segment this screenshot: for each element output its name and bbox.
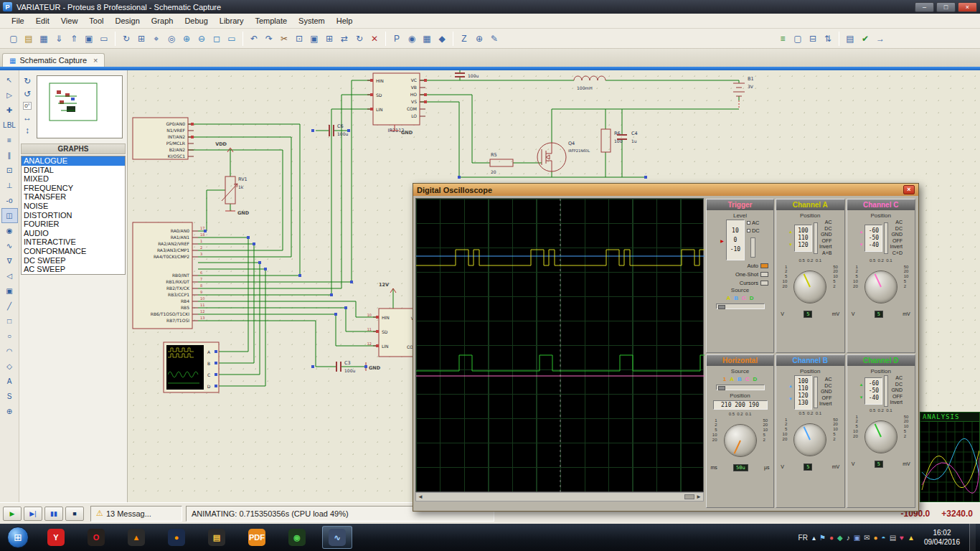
scroll-left-icon[interactable]: ◄ (418, 494, 423, 500)
tray-icon-9[interactable]: ◓ (882, 534, 886, 542)
tab-schematic-capture[interactable]: ▦ Schematic Capture × (2, 53, 105, 67)
text-script-mode[interactable]: ≡ (1, 133, 18, 148)
timebase-knob[interactable] (724, 424, 757, 457)
channel-position-arrows[interactable]: ▲▼ (859, 225, 864, 251)
trigger-source-slider[interactable] (716, 303, 765, 309)
tray-icon-12[interactable]: ▲ (908, 534, 915, 542)
pause-button[interactable]: ▮▮ (44, 507, 63, 521)
zoom-all[interactable]: ◻ (209, 32, 224, 46)
new-project[interactable]: ▢ (6, 32, 21, 46)
tray-icon-3[interactable]: ● (829, 534, 834, 542)
graph-mode[interactable]: ◫ (1, 208, 18, 223)
channel-gain-knob[interactable] (793, 423, 826, 456)
menu-item[interactable]: Library (214, 15, 250, 27)
x-mirror-icon[interactable]: ↔ (23, 113, 32, 123)
redo[interactable]: ↷ (262, 32, 276, 46)
channel-position-slider[interactable] (814, 377, 818, 408)
block-copy[interactable]: ⊞ (322, 32, 336, 46)
graph-type-item[interactable]: INTERACTIVE (22, 237, 125, 247)
language-indicator[interactable]: FR (798, 534, 808, 542)
channel-coupling-options[interactable]: AC DC GND OFF Invert A+B (819, 220, 832, 257)
scroll-right-icon[interactable]: ► (696, 494, 702, 500)
component-mode[interactable]: ▷ (1, 88, 18, 103)
center-at-cursor[interactable]: ◎ (164, 32, 179, 46)
channel-position-slider[interactable] (814, 222, 818, 254)
analysis-window[interactable]: ANALYSIS (920, 412, 980, 502)
save-project[interactable]: ▦ (37, 32, 51, 46)
block-move[interactable]: ⇄ (337, 32, 352, 46)
block-rotate[interactable]: ↻ (352, 32, 367, 46)
screen-recorder-icon[interactable]: ◉ (282, 526, 312, 549)
packaging-tool[interactable]: ▦ (420, 32, 434, 46)
pick-parts[interactable]: P (390, 32, 404, 46)
open-project[interactable]: ▤ (22, 32, 36, 46)
menu-item[interactable]: Help (331, 15, 359, 27)
tray-icon-1[interactable]: ▴ (812, 534, 816, 542)
marker-mode[interactable]: ⊕ (1, 404, 18, 419)
generator-mode[interactable]: ∿ (1, 238, 18, 253)
trigger-source-letter[interactable]: D (750, 295, 754, 301)
channel-gain-knob[interactable] (793, 270, 826, 303)
menu-item[interactable]: Template (249, 15, 293, 27)
false-origin[interactable]: ⌖ (149, 32, 164, 46)
scroll-thumb[interactable] (684, 494, 694, 499)
wire-label-mode[interactable]: LBL (1, 118, 18, 133)
horizontal-source-letter[interactable]: B (738, 376, 742, 382)
current-probe-mode[interactable]: ◁ (1, 268, 18, 283)
menu-item[interactable]: Edit (30, 15, 55, 27)
channel-position-arrows[interactable]: ▲▼ (859, 378, 864, 404)
tab-close-icon[interactable]: × (93, 56, 98, 65)
graph-type-item[interactable]: MIXED (22, 174, 125, 184)
2d-line-mode[interactable]: ╱ (1, 298, 18, 314)
make-device[interactable]: ◉ (405, 32, 419, 46)
play-button[interactable]: ▶ (3, 507, 22, 521)
graph-type-item[interactable]: DISTORTION (22, 211, 125, 220)
show-desktop-button[interactable] (969, 524, 976, 551)
graph-type-item[interactable]: NOISE (22, 202, 125, 211)
search-and-tag[interactable]: ⊕ (472, 32, 486, 46)
new-sheet[interactable]: ▢ (791, 32, 805, 46)
tape-recorder-mode[interactable]: ◉ (1, 223, 18, 238)
y-mirror-icon[interactable]: ↕ (25, 126, 29, 136)
component-q4-mosfet[interactable]: Q4 IRFP21N60L (537, 141, 590, 171)
component-r5[interactable]: R5 20 (490, 152, 513, 174)
refresh-display[interactable]: ↻ (119, 32, 133, 46)
component-b1-battery[interactable]: B1 3V (733, 76, 754, 96)
2d-arc-mode[interactable]: ◠ (1, 344, 18, 359)
component-c6[interactable]: C6 100u (329, 123, 348, 136)
component-inductor[interactable]: 100mH (574, 76, 606, 90)
tray-icon-6[interactable]: ▣ (854, 534, 860, 542)
oscilloscope-close-icon[interactable]: × (903, 185, 915, 194)
tray-icon-11[interactable]: ♥ (900, 534, 904, 542)
design-explorer[interactable]: ≡ (776, 32, 790, 46)
trigger-ac-radio[interactable] (747, 221, 750, 225)
graph-type-item[interactable]: AC SWEEP (22, 265, 125, 274)
component-r6[interactable]: R6 100 (601, 129, 623, 152)
graph-type-item[interactable]: FOURIER (22, 220, 125, 229)
zoom-area[interactable]: ▭ (225, 32, 239, 46)
2d-text-mode[interactable]: A (1, 374, 18, 389)
zoom-in[interactable]: ⊕ (179, 32, 194, 46)
copy[interactable]: ⊡ (292, 32, 306, 46)
graph-type-item[interactable]: TRANSFER (22, 192, 125, 202)
paste[interactable]: ▣ (307, 32, 321, 46)
menu-item[interactable]: System (293, 15, 331, 27)
channel-position-arrows[interactable]: ▲▼ (788, 380, 793, 405)
menu-item[interactable]: View (55, 15, 84, 27)
junction-dot-mode[interactable]: ✚ (1, 103, 18, 118)
channel-coupling-options[interactable]: AC DC GND OFF Invert (819, 377, 832, 408)
electrical-rules-check[interactable]: ✔ (858, 32, 872, 46)
oscilloscope-window[interactable]: Digital Oscilloscope × ◄ (413, 183, 919, 512)
taskbar-clock[interactable]: 16:02 09/04/2016 (919, 528, 965, 547)
graph-type-item[interactable]: CONFORMANCE (22, 247, 125, 256)
trigger-source-letter[interactable]: A (726, 295, 730, 301)
design-overview[interactable] (37, 75, 123, 138)
tray-icon-7[interactable]: ✉ (864, 534, 870, 542)
stop-button[interactable]: ■ (65, 507, 84, 521)
mark-output-area[interactable]: ▭ (97, 32, 111, 46)
tray-icon-5[interactable]: ♪ (847, 534, 850, 542)
device-pins-mode[interactable]: -o (1, 193, 18, 208)
rotate-anticlockwise-icon[interactable]: ↺ (24, 89, 31, 99)
opera-icon[interactable]: O (81, 526, 111, 549)
graph-type-item[interactable]: ANALOGUE (22, 156, 125, 166)
